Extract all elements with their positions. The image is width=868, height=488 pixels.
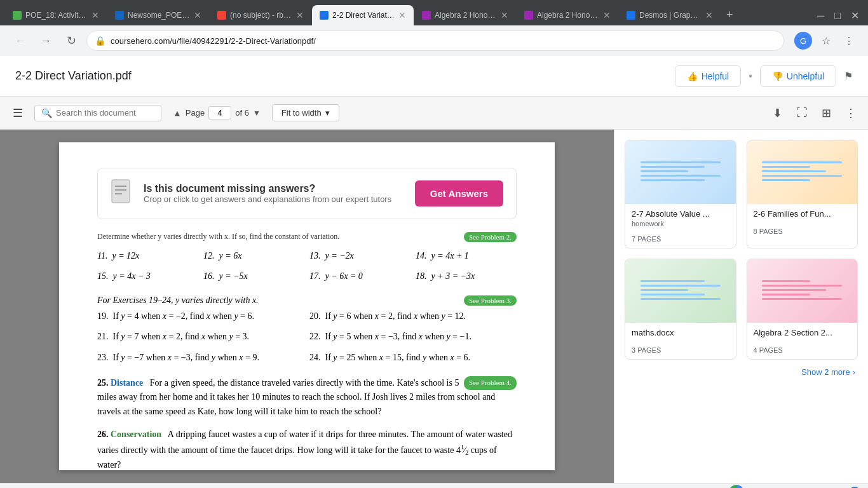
flag-button[interactable]: ⚑ — [844, 70, 853, 82]
tab-newsome[interactable]: Newsome_POE_C... ✕ — [107, 5, 209, 25]
problem-12: 12. y = 6x — [203, 249, 304, 263]
problem-24: 24. If y = 25 when x = 15, find y when x… — [309, 351, 517, 365]
problem-26-number: 26. — [97, 430, 109, 439]
tab-coursehero[interactable]: 2-2 Direct Variatio... ✕ — [312, 5, 414, 25]
show-more-button[interactable]: Show 2 more › — [625, 360, 858, 379]
url-text: coursehero.com/u/file/40942291/2-2-Direc… — [111, 36, 776, 46]
doc-card-3-info: maths.docx — [625, 323, 736, 344]
problem-18: 18. y + 3 = −3x — [416, 269, 517, 283]
doc-card-4-pages: 4 PAGES — [747, 344, 858, 359]
sidebar-toggle-button[interactable]: ☰ — [8, 104, 28, 123]
section-19-24-header: For Exercises 19–24, y varies directly w… — [97, 295, 517, 306]
thumbs-down-icon: 👎 — [772, 71, 783, 81]
helpful-button[interactable]: 👍 Helpful — [675, 65, 742, 87]
new-tab-button[interactable]: + — [721, 6, 738, 24]
lock-icon: 🔒 — [95, 36, 105, 46]
doc-card-1-subtitle: homework — [632, 220, 729, 227]
problem-20: 20. If y = 6 when x = 2, find x when y =… — [309, 309, 517, 323]
url-bar[interactable]: 🔒 coursehero.com/u/file/40942291/2-2-Dir… — [86, 30, 784, 51]
problem-14: 14. y = 4x + 1 — [416, 249, 517, 263]
page-number-input[interactable] — [208, 106, 231, 119]
extensions-button[interactable]: ⋮ — [840, 32, 858, 50]
get-answers-button[interactable]: Get Answers — [415, 180, 503, 207]
tab-favicon-newsome — [115, 11, 124, 20]
tab-bar: POE_18: Activity 3... ✕ Newsome_POE_C...… — [0, 0, 868, 25]
exercises-11-18: 11. y = 12x 12. y = 6x 13. y = −2x 14. y… — [97, 249, 517, 288]
word-problem-26: 26. Conservation A dripping faucet waste… — [97, 428, 517, 472]
doc-card-1-info: 2-7 Absolute Value ... homework — [625, 204, 736, 233]
answer-banner-title: Is this document missing answers? — [144, 183, 405, 194]
doc-card-3-pages: 3 PAGES — [625, 344, 736, 359]
doc-card-2-info: 2-6 Families of Fun... — [747, 204, 858, 225]
address-bar: ← → ↻ 🔒 coursehero.com/u/file/40942291/2… — [0, 25, 868, 56]
tab-favicon-poe — [13, 11, 22, 20]
tab-favicon-gmail — [217, 11, 226, 20]
problem-19: 19. If y = 4 when x = −2, find x when y … — [97, 309, 304, 323]
helpful-label: Helpful — [702, 71, 729, 81]
doc-card-4-info: Algebra 2 Section 2... — [747, 323, 858, 344]
chrome-logo — [729, 485, 744, 489]
tab-close-gmail[interactable]: ✕ — [296, 10, 304, 20]
tab-close-algebra1[interactable]: ✕ — [501, 10, 508, 20]
problem-23: 23. If y = −7 when x = −3, find y when x… — [97, 351, 304, 365]
tab-close-poe[interactable]: ✕ — [92, 10, 99, 20]
search-box[interactable]: 🔍 — [34, 105, 161, 121]
forward-button[interactable]: → — [36, 30, 56, 51]
bookmark-button[interactable]: ☆ — [817, 32, 835, 50]
tab-close-coursehero[interactable]: ✕ — [398, 10, 406, 20]
browser-actions: G ☆ ⋮ — [794, 32, 858, 50]
tab-favicon-algebra1 — [422, 11, 431, 20]
close-window-button[interactable]: ✕ — [847, 8, 863, 23]
doc-card-1[interactable]: 2-7 Absolute Value ... homework 7 PAGES — [625, 140, 736, 248]
doc-card-4[interactable]: Algebra 2 Section 2... 4 PAGES — [747, 259, 858, 360]
problem-13: 13. y = −2x — [309, 249, 410, 263]
right-sidebar: 2-7 Absolute Value ... homework 7 PAGES — [614, 130, 868, 483]
tab-title-poe: POE_18: Activity 3... — [25, 11, 88, 20]
chevron-down-icon: ▾ — [325, 108, 330, 118]
search-input[interactable] — [56, 108, 145, 118]
answer-banner-text: Is this document missing answers? Crop o… — [144, 183, 405, 204]
pdf-viewer[interactable]: Is this document missing answers? Crop o… — [0, 130, 614, 483]
tab-title-coursehero: 2-2 Direct Variatio... — [332, 11, 395, 20]
download-button[interactable]: ⬇ — [769, 104, 786, 123]
view-toggle-button[interactable]: ⊞ — [818, 104, 835, 123]
see-problem-3-badge: See Problem 3. — [464, 295, 517, 306]
tab-close-algebra2[interactable]: ✕ — [603, 10, 611, 20]
tab-title-gmail: (no subject) - rbne... — [230, 11, 292, 20]
page-header: 2-2 Direct Variation.pdf 👍 Helpful • 👎 U… — [0, 56, 868, 97]
thumbs-up-icon: 👍 — [687, 71, 698, 81]
tab-algebra1[interactable]: Algebra 2 Honors... ✕ — [414, 5, 516, 25]
header-actions: 👍 Helpful • 👎 Unhelpful ⚑ — [675, 65, 853, 87]
page-controls: ▲ Page of 6 ▼ — [173, 106, 261, 119]
fullscreen-button[interactable]: ⛶ — [792, 104, 811, 122]
tab-title-algebra2: Algebra 2 Honors... — [537, 11, 599, 20]
reload-button[interactable]: ↻ — [61, 30, 81, 51]
page-up-button[interactable]: ▲ — [173, 108, 182, 118]
page-dropdown-button[interactable]: ▼ — [253, 109, 261, 118]
related-docs-grid: 2-7 Absolute Value ... homework 7 PAGES — [625, 140, 858, 360]
tab-algebra2[interactable]: Algebra 2 Honors... ✕ — [517, 5, 618, 25]
tab-close-desmos[interactable]: ✕ — [705, 10, 713, 20]
dot-separator: • — [749, 71, 752, 82]
more-options-button[interactable]: ⋮ — [841, 104, 860, 123]
unhelpful-label: Unhelpful — [787, 71, 824, 81]
tab-poe[interactable]: POE_18: Activity 3... ✕ — [5, 5, 107, 25]
see-problem-2-badge: See Problem 2. — [464, 232, 517, 242]
fit-width-label: Fit to width — [281, 108, 322, 118]
doc-card-3[interactable]: maths.docx 3 PAGES — [625, 259, 736, 360]
show-more-label: Show 2 more — [801, 367, 850, 377]
doc-card-2[interactable]: 2-6 Families of Fun... 8 PAGES — [747, 140, 858, 248]
unhelpful-button[interactable]: 👎 Unhelpful — [760, 65, 836, 87]
fit-width-button[interactable]: Fit to width ▾ — [272, 104, 339, 121]
tab-desmos[interactable]: Desmos | Graphin... ✕ — [619, 5, 721, 25]
minimize-button[interactable]: ─ — [813, 9, 828, 23]
tab-gmail[interactable]: (no subject) - rbne... ✕ — [210, 5, 311, 25]
back-button[interactable]: ← — [10, 30, 31, 51]
status-bar: 🔋 📶 Dec 9 9:22 6 — [0, 483, 868, 488]
doc-card-2-pages: 8 PAGES — [747, 225, 858, 240]
pdf-area: Is this document missing answers? Crop o… — [0, 130, 868, 483]
tab-close-newsome[interactable]: ✕ — [194, 10, 201, 20]
maximize-button[interactable]: □ — [831, 9, 844, 23]
google-account-button[interactable]: G — [794, 32, 812, 50]
problem-16: 16. y = −5x — [203, 269, 304, 283]
